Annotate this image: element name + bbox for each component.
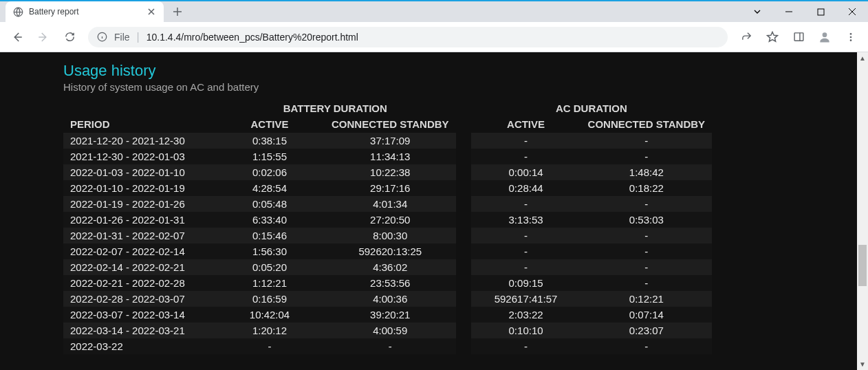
globe-icon: [12, 6, 23, 17]
cell-battery-active: 0:05:20: [215, 259, 325, 275]
window-close-icon[interactable]: [836, 1, 868, 22]
cell-battery-standby: 4:36:02: [325, 259, 456, 275]
cell-ac-standby: -: [581, 149, 713, 164]
profile-icon[interactable]: [813, 25, 836, 49]
cell-ac-standby: 0:53:03: [581, 212, 713, 228]
scroll-up-icon[interactable]: ▲: [857, 52, 868, 64]
cell-battery-active: 6:33:40: [215, 212, 325, 228]
cell-period: 2022-01-26 - 2022-01-31: [63, 212, 215, 228]
header-battery-duration: BATTERY DURATION: [215, 101, 456, 116]
cell-battery-active: 1:12:21: [215, 275, 325, 291]
table-row: 2022-01-10 - 2022-01-194:28:5429:17:160:…: [63, 180, 712, 196]
url-text: 10.1.4.4/mro/between_pcs/Battery%20repor…: [147, 32, 358, 43]
cell-battery-standby: 29:17:16: [325, 180, 456, 196]
cell-ac-active: -: [471, 133, 581, 149]
cell-ac-active: 3:13:53: [471, 212, 581, 228]
table-row: 2022-03-07 - 2022-03-1410:42:0439:20:212…: [63, 307, 712, 323]
table-row: 2021-12-30 - 2022-01-031:15:5511:34:13--: [63, 149, 712, 164]
cell-ac-active: -: [471, 196, 581, 212]
cell-battery-active: 0:02:06: [215, 164, 325, 180]
cell-ac-standby: -: [581, 243, 713, 259]
url-separator: |: [137, 31, 140, 43]
address-bar[interactable]: File | 10.1.4.4/mro/between_pcs/Battery%…: [88, 27, 728, 47]
header-ac-duration: AC DURATION: [471, 101, 713, 116]
cell-battery-standby: -: [325, 338, 456, 354]
cell-ac-active: 0:09:15: [471, 275, 581, 291]
table-row: 2022-03-14 - 2022-03-211:20:124:00:590:1…: [63, 323, 712, 338]
window-maximize-icon[interactable]: [805, 1, 836, 22]
cell-ac-standby: -: [581, 228, 713, 243]
cell-battery-standby: 27:20:50: [325, 212, 456, 228]
scroll-down-icon[interactable]: ▼: [857, 358, 868, 370]
cell-ac-active: 2:03:22: [471, 307, 581, 323]
side-panel-icon[interactable]: [787, 25, 810, 49]
cell-battery-standby: 39:20:21: [325, 307, 456, 323]
menu-icon[interactable]: [839, 25, 862, 49]
cell-period: 2022-02-14 - 2022-02-21: [63, 259, 215, 275]
cell-period: 2022-01-03 - 2022-01-10: [63, 164, 215, 180]
bookmark-icon[interactable]: [761, 25, 784, 49]
cell-ac-active: 0:00:14: [471, 164, 581, 180]
svg-point-5: [850, 33, 852, 35]
cell-battery-active: 10:42:04: [215, 307, 325, 323]
scrollbar-thumb[interactable]: [858, 245, 867, 286]
table-row: 2022-01-03 - 2022-01-100:02:0610:22:380:…: [63, 164, 712, 180]
svg-point-6: [850, 36, 852, 38]
cell-period: 2021-12-30 - 2022-01-03: [63, 149, 215, 164]
cell-period: 2022-03-07 - 2022-03-14: [63, 307, 215, 323]
cell-period: 2022-01-10 - 2022-01-19: [63, 180, 215, 196]
cell-ac-standby: 1:48:42: [581, 164, 713, 180]
cell-ac-active: 0:28:44: [471, 180, 581, 196]
cell-ac-standby: -: [581, 196, 713, 212]
browser-tab[interactable]: Battery report: [6, 1, 164, 22]
cell-ac-active: -: [471, 228, 581, 243]
url-scheme: File: [114, 32, 130, 43]
cell-battery-standby: 4:00:59: [325, 323, 456, 338]
table-row: 2022-01-26 - 2022-01-316:33:4027:20:503:…: [63, 212, 712, 228]
table-row: 2022-01-19 - 2022-01-260:05:484:01:34--: [63, 196, 712, 212]
header-ac-standby: CONNECTED STANDBY: [581, 116, 713, 133]
header-battery-standby: CONNECTED STANDBY: [325, 116, 456, 133]
tab-title: Battery report: [29, 7, 140, 17]
cell-battery-active: 1:15:55: [215, 149, 325, 164]
reload-button[interactable]: [58, 25, 81, 49]
window-minimize-icon[interactable]: [773, 1, 805, 22]
header-period: PERIOD: [63, 116, 215, 133]
cell-ac-active: 0:10:10: [471, 323, 581, 338]
table-row: 2022-02-28 - 2022-03-070:16:594:00:36592…: [63, 291, 712, 307]
section-subtitle: History of system usage on AC and batter…: [63, 81, 868, 93]
header-battery-active: ACTIVE: [215, 116, 325, 133]
svg-rect-3: [794, 33, 803, 41]
table-row: 2022-02-14 - 2022-02-210:05:204:36:02--: [63, 259, 712, 275]
cell-battery-active: 1:20:12: [215, 323, 325, 338]
cell-ac-standby: -: [581, 133, 713, 149]
cell-battery-active: 0:16:59: [215, 291, 325, 307]
cell-ac-standby: -: [581, 338, 713, 354]
new-tab-button[interactable]: [168, 2, 187, 21]
cell-ac-standby: 0:07:14: [581, 307, 713, 323]
cell-ac-standby: 0:18:22: [581, 180, 713, 196]
cell-battery-standby: 4:00:36: [325, 291, 456, 307]
tab-search-icon[interactable]: [741, 1, 773, 22]
usage-history-table: BATTERY DURATION AC DURATION PERIOD ACTI…: [63, 101, 712, 354]
cell-ac-standby: 0:12:21: [581, 291, 713, 307]
cell-battery-standby: 37:17:09: [325, 133, 456, 149]
page-viewport: Usage history History of system usage on…: [0, 52, 868, 370]
vertical-scrollbar[interactable]: ▲ ▼: [857, 52, 868, 370]
tab-close-icon[interactable]: [146, 6, 157, 17]
browser-titlebar: Battery report: [0, 1, 868, 22]
forward-button[interactable]: [32, 25, 55, 49]
cell-battery-active: 1:56:30: [215, 243, 325, 259]
cell-period: 2022-01-19 - 2022-01-26: [63, 196, 215, 212]
back-button[interactable]: [6, 25, 29, 49]
cell-period: 2022-02-07 - 2022-02-14: [63, 243, 215, 259]
table-row: 2022-02-21 - 2022-02-281:12:2123:53:560:…: [63, 275, 712, 291]
svg-point-7: [850, 39, 852, 41]
browser-toolbar: File | 10.1.4.4/mro/between_pcs/Battery%…: [0, 22, 868, 52]
share-icon[interactable]: [735, 25, 758, 49]
svg-point-4: [823, 32, 827, 37]
cell-ac-standby: -: [581, 275, 713, 291]
cell-battery-active: 0:15:46: [215, 228, 325, 243]
info-icon[interactable]: [96, 32, 107, 43]
cell-battery-standby: 23:53:56: [325, 275, 456, 291]
